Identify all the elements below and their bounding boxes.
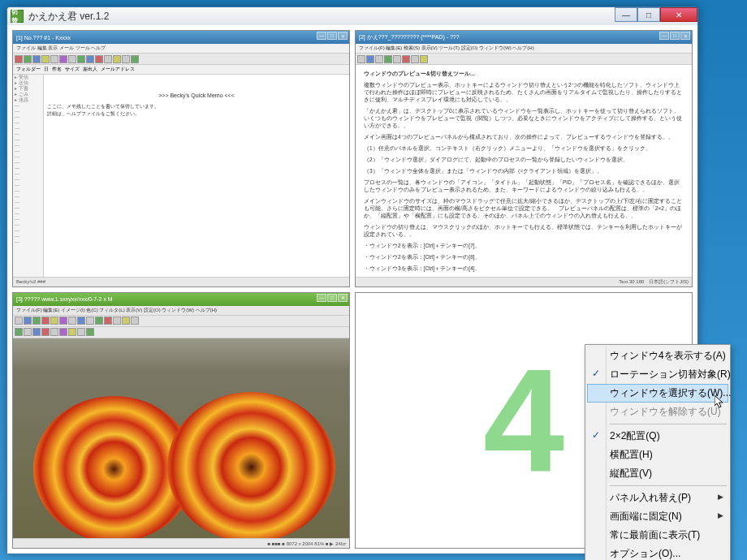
- context-menu-item[interactable]: オプション(O)...: [587, 545, 728, 560]
- preview-panel-3[interactable]: [3] ????? www.1.sxxyxx/xxx/0-7-2 x M —□✕…: [12, 292, 350, 549]
- context-menu-label: ローテーション切替対象(R): [610, 368, 731, 380]
- panel-1-title-text: [1] No.??? #1 - Kxxxx: [16, 35, 71, 41]
- context-menu-item[interactable]: 横配置(H): [587, 446, 728, 464]
- panel-1-titlebar: [1] No.??? #1 - Kxxxx —□✕: [13, 31, 349, 44]
- panel-2-paragraph: 「かえかえ君」は、デスクトップ0に表示されているウィンドウを一覧表示し、ホットキ…: [364, 107, 684, 129]
- context-menu-item[interactable]: ウィンドウ4を表示する(A): [587, 347, 728, 365]
- close-button[interactable]: ✕: [660, 7, 697, 22]
- app-icon: 切替: [11, 10, 24, 23]
- panel-1-toolbar: [13, 54, 349, 65]
- panel-3-title-text: [3] ????? www.1.sxxyxx/xxx/0-7-2 x M: [16, 296, 113, 302]
- submenu-arrow-icon: ▶: [718, 511, 723, 519]
- panel-2-paragraph: プロセスの一覧は、各ウィンドウの「アイコン」「タイトル」「起動状態」「PID」「…: [364, 179, 684, 193]
- panel-2-statusbar: Text 30 180 日本語(シフトJIS): [356, 277, 692, 286]
- context-menu-label: パネル入れ替え(P): [610, 492, 691, 503]
- context-menu-item[interactable]: ✓ローテーション切替対象(R): [587, 365, 728, 384]
- preview-panel-2[interactable]: [2] かえ???_????????? (****PAD) - ??? —□✕ …: [355, 30, 693, 287]
- panel-1-window-buttons: —□✕: [317, 32, 348, 40]
- check-icon: ✓: [592, 429, 603, 441]
- panel-3-toolbar-2: [13, 327, 349, 338]
- context-menu-label: 横配置(H): [610, 449, 653, 460]
- panel-3-statusbar: ■ ■■■ ■ 8072 x 2004 81% ■ ▶ 24bz: [13, 538, 349, 548]
- panel-3-window-buttons: —□✕: [317, 294, 348, 302]
- panel-3-menubar: ファイル(F) 編集(E) イメージ(I) 色(C) フィルタ(L) 表示(V)…: [13, 306, 349, 316]
- panel-2-paragraph: メイン画面は4つのプレビューパネルから構成されており、次の操作によって、プレビュ…: [364, 133, 684, 140]
- panel-3-toolbar-1: [13, 316, 349, 327]
- panel-2-paragraph: 複数ウィンドウのプレビュー表示、ホットキーによるウィンドウ切り替えという2つの機…: [364, 81, 684, 103]
- context-menu-item[interactable]: 縦配置(V): [587, 464, 728, 483]
- context-menu-label: 2×2配置(Q): [610, 430, 660, 442]
- check-icon: ✓: [592, 368, 603, 379]
- submenu-arrow-icon: ▶: [718, 493, 723, 501]
- panel-1-column-headers: フォルダー日件名サイズ差出人メールアドレス: [13, 65, 349, 75]
- context-menu-item[interactable]: ウィンドウを選択する(W)...: [587, 384, 728, 403]
- cursor-icon: [715, 395, 726, 410]
- panel-2-titlebar: [2] かえ???_????????? (****PAD) - ??? —□✕: [356, 31, 692, 44]
- context-menu-label: ウィンドウを解除する(U): [610, 406, 721, 417]
- context-menu-item[interactable]: ✓2×2配置(Q): [587, 427, 728, 446]
- panel-2-window-buttons: —□✕: [659, 32, 690, 40]
- panel-1-menubar: ファイル 編集 表示 メール ツール ヘルプ: [13, 44, 349, 54]
- panel-2-heading: ウィンドウのプレビュー&切り替えツール…: [364, 70, 684, 77]
- panel-2-paragraph: メインウィンドウのサイズは、枠のマウスドラッグで任意に拡大/縮小できるほか、デス…: [364, 197, 684, 219]
- quick-memo-title: >>> Becky's Quick Memo <<<: [47, 93, 346, 98]
- panel-2-paragraph: ・ウィンドウ3を表示：[Ctrl]＋テンキーの[4]。: [364, 265, 684, 272]
- maximize-button[interactable]: □: [637, 7, 660, 22]
- context-menu-label: ウィンドウ4を表示する(A): [610, 350, 726, 361]
- panel-1-folder-tree: ▸ 受信▸ 送信▸ 下書▸ ごみ▸ 迷惑――――――――――――――――――――…: [13, 75, 44, 287]
- context-menu-item[interactable]: 常に最前面に表示(T): [587, 526, 728, 545]
- context-menu-label: 常に最前面に表示(T): [610, 529, 700, 541]
- flower-image-right: [167, 392, 335, 542]
- panel-2-paragraph: ・ウィンドウ2を表示：[Ctrl]＋テンキーの[7]。: [364, 242, 684, 249]
- titlebar[interactable]: 切替 かえかえ君 ver.1.2 — □ ✕: [7, 7, 697, 25]
- context-menu-label: ウィンドウを選択する(W)...: [610, 387, 731, 398]
- panel-2-text-content: ウィンドウのプレビュー&切り替えツール… 複数ウィンドウのプレビュー表示、ホット…: [356, 65, 692, 286]
- window-title: かえかえ君 ver.1.2: [28, 10, 109, 24]
- context-menu-separator: [610, 424, 727, 424]
- context-menu: ウィンドウ4を表示する(A)✓ローテーション切替対象(R)ウィンドウを選択する(…: [585, 344, 731, 560]
- context-menu-label: オプション(O)...: [610, 548, 680, 559]
- preview-panel-1[interactable]: [1] No.??? #1 - Kxxxx —□✕ ファイル 編集 表示 メール…: [12, 30, 350, 287]
- context-menu-item: ウィンドウを解除する(U): [587, 403, 728, 421]
- quick-memo-text: ここに、メモ残したことを書いて保管しています。 詳細は、ヘルプファイルをご覧くだ…: [47, 103, 346, 118]
- panel-2-paragraph: （3）「ウィンドウ全体を選択」または「ウィンドウの内部（=クライアント領域）を選…: [364, 167, 684, 174]
- minimize-button[interactable]: —: [615, 7, 637, 22]
- panel-1-content: >>> Becky's Quick Memo <<< ここに、メモ残したことを書…: [44, 75, 349, 287]
- panel-2-paragraph: ・ウィンドウ2を表示：[Ctrl]＋テンキーの[8]。: [364, 253, 684, 261]
- panel-2-title-text: [2] かえ???_????????? (****PAD) - ???: [359, 33, 460, 41]
- panel-2-paragraph: （1）任意のパネルを選択。コンテキスト（右クリック）メニューより、「ウィンドウを…: [364, 144, 684, 152]
- context-menu-label: 縦配置(V): [610, 467, 652, 479]
- context-menu-label: 画面端に固定(N): [610, 510, 682, 522]
- panel-2-paragraph: ウィンドウの切り替えは、マウスクリックのほか、ホットキーでも行える。標準状態では…: [364, 223, 684, 238]
- context-menu-separator: [610, 485, 727, 486]
- panel-2-menubar: ファイル(F) 編集(E) 検索(S) 表示(V) ツール(T) 設定(O) ウ…: [356, 44, 692, 54]
- panel-3-titlebar: [3] ????? www.1.sxxyxx/xxx/0-7-2 x M —□✕: [13, 293, 349, 306]
- context-menu-item[interactable]: 画面端に固定(N)▶: [587, 507, 728, 526]
- panel-4-placeholder-digit: 4: [483, 336, 564, 504]
- panel-2-paragraph: （2）「ウィンドウ選択」ダイアログにて、起動中のプロセスの一覧から登録したいウィ…: [364, 156, 684, 163]
- panel-1-statusbar: Becky!v2 ###: [13, 277, 349, 286]
- panel-1-body: ▸ 受信▸ 送信▸ 下書▸ ごみ▸ 迷惑――――――――――――――――――――…: [13, 75, 349, 287]
- window-buttons: — □ ✕: [615, 7, 697, 22]
- panel-3-image: [13, 338, 349, 547]
- context-menu-item[interactable]: パネル入れ替え(P)▶: [587, 489, 728, 507]
- panel-2-toolbar: [356, 54, 692, 65]
